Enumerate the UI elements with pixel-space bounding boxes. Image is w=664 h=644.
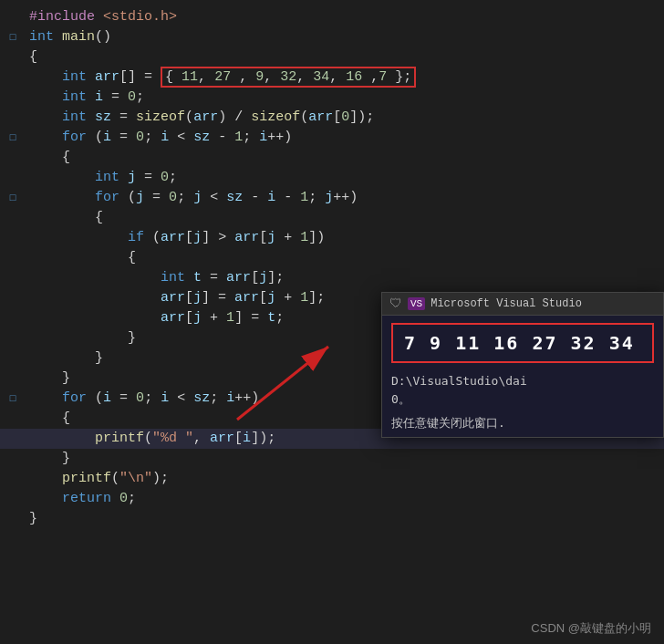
code-line-10: □ for (j = 0; j < sz - i - 1; j++) xyxy=(0,188,664,208)
line-content-8: { xyxy=(26,148,664,168)
code-line-14: int t = arr[j]; xyxy=(0,268,664,288)
code-line-23: } xyxy=(0,449,664,469)
line-content-23: } xyxy=(26,449,664,469)
output-result-box: 7 9 11 16 27 32 34 xyxy=(391,323,654,363)
gutter-2: □ xyxy=(0,27,26,47)
output-titlebar: 🛡 VS Microsoft Visual Studio xyxy=(382,293,663,316)
line-content-4: int arr[] = { 11, 27 , 9, 32, 34, 16 ,7 … xyxy=(26,68,664,88)
code-line-7: □ for (i = 0; i < sz - 1; i++) xyxy=(0,128,664,148)
line-content-10: for (j = 0; j < sz - i - 1; j++) xyxy=(26,188,664,208)
gutter-10: □ xyxy=(0,188,26,208)
code-line-25: return 0; xyxy=(0,489,664,509)
output-result-text: 7 9 11 16 27 32 34 xyxy=(404,332,641,354)
code-line-1: #include <stdio.h> xyxy=(0,7,664,27)
code-line-11: { xyxy=(0,208,664,228)
code-line-13: { xyxy=(0,248,664,268)
line-content-11: { xyxy=(26,208,664,228)
line-content-12: if (arr[j] > arr[j + 1]) xyxy=(26,228,664,248)
output-note1: 0。 xyxy=(382,390,663,413)
gutter-20: □ xyxy=(0,389,26,409)
vs-icon: VS xyxy=(408,297,425,310)
code-line-12: if (arr[j] > arr[j + 1]) xyxy=(0,228,664,248)
line-content-1: #include <stdio.h> xyxy=(26,7,664,27)
code-line-9: int j = 0; xyxy=(0,168,664,188)
shield-icon: 🛡 xyxy=(389,296,402,311)
code-line-26: } xyxy=(0,509,664,529)
line-content-26: } xyxy=(26,509,664,529)
line-content-9: int j = 0; xyxy=(26,168,664,188)
code-line-4: int arr[] = { 11, 27 , 9, 32, 34, 16 ,7 … xyxy=(0,68,664,88)
line-content-13: { xyxy=(26,248,664,268)
line-content-5: int i = 0; xyxy=(26,88,664,108)
output-window: 🛡 VS Microsoft Visual Studio 7 9 11 16 2… xyxy=(381,292,664,438)
line-content-7: for (i = 0; i < sz - 1; i++) xyxy=(26,128,664,148)
line-content-24: printf("\n"); xyxy=(26,469,664,489)
watermark: CSDN @敲键盘的小明 xyxy=(531,620,651,637)
line-content-2: int main() xyxy=(26,27,664,47)
code-line-3: { xyxy=(0,47,664,68)
code-line-6: int sz = sizeof(arr) / sizeof(arr[0]); xyxy=(0,108,664,128)
output-title-text: Microsoft Visual Studio xyxy=(431,297,582,310)
line-content-3: { xyxy=(26,47,664,68)
code-line-2: □ int main() xyxy=(0,27,664,47)
line-content-25: return 0; xyxy=(26,489,664,509)
line-content-6: int sz = sizeof(arr) / sizeof(arr[0]); xyxy=(26,108,664,128)
code-line-8: { xyxy=(0,148,664,168)
code-line-5: int i = 0; xyxy=(0,88,664,108)
output-note2: 按任意键关闭此窗口. xyxy=(382,413,663,437)
gutter-7: □ xyxy=(0,128,26,148)
line-content-14: int t = arr[j]; xyxy=(26,268,664,288)
output-path-text: D:\VisualStudio\dai xyxy=(382,370,663,390)
code-line-24: printf("\n"); xyxy=(0,469,664,489)
